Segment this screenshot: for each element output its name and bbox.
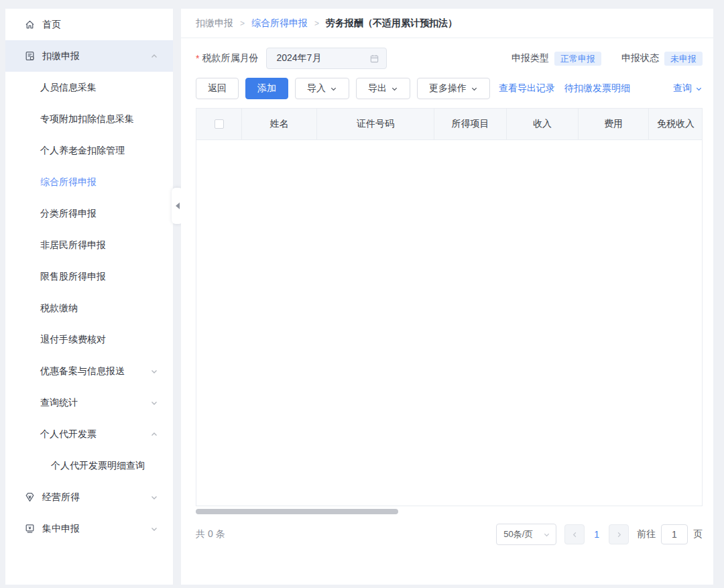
sidebar-item-centralized-filing[interactable]: 集中申报 bbox=[5, 513, 173, 544]
breadcrumb-separator: > bbox=[314, 19, 319, 28]
page-size-value: 50条/页 bbox=[503, 528, 533, 540]
breadcrumb-item-link[interactable]: 综合所得申报 bbox=[251, 17, 308, 30]
sidebar-item-nonresident-income[interactable]: 非居民所得申报 bbox=[5, 229, 173, 261]
required-mark: * bbox=[196, 53, 199, 64]
sidebar-item-personal-invoice-detail-query[interactable]: 个人代开发票明细查询 bbox=[5, 450, 173, 481]
chevron-down-icon bbox=[330, 85, 337, 93]
sidebar-item-withholding-report[interactable]: 扣缴申报 bbox=[5, 40, 173, 72]
chevron-down-icon bbox=[150, 493, 158, 502]
sidebar-item-label: 税款缴纳 bbox=[40, 302, 78, 314]
more-actions-dropdown-button[interactable]: 更多操作 bbox=[417, 78, 490, 99]
sidebar-item-comprehensive-income[interactable]: 综合所得申报 bbox=[5, 166, 173, 198]
toolbar: 返回 添加 导入 导出 更多操作 查看导出记录 待扣缴发票明细 查询 bbox=[196, 78, 703, 99]
declaration-state-label: 申报状态 bbox=[621, 52, 659, 64]
export-label: 导出 bbox=[368, 82, 387, 95]
sidebar-item-label: 限售股所得申报 bbox=[40, 271, 106, 283]
chevron-up-icon bbox=[150, 430, 158, 438]
withholding-report-icon bbox=[24, 50, 36, 62]
horizontal-scrollbar-thumb[interactable] bbox=[196, 509, 398, 514]
sidebar-item-label: 个人养老金扣除管理 bbox=[40, 145, 125, 157]
page-title: 劳务报酬（不适用累计预扣法） bbox=[326, 17, 457, 30]
home-icon bbox=[24, 19, 36, 30]
chevron-right-icon bbox=[615, 531, 623, 538]
import-dropdown-button[interactable]: 导入 bbox=[295, 78, 349, 99]
declaration-state-badge: 未申报 bbox=[664, 52, 703, 66]
chevron-left-icon bbox=[571, 531, 579, 538]
add-button[interactable]: 添加 bbox=[245, 78, 288, 99]
chevron-down-icon bbox=[150, 367, 158, 375]
column-header-tax-free-income: 免税收入 bbox=[649, 109, 703, 139]
sidebar-item-business-income[interactable]: 经营所得 bbox=[5, 481, 173, 513]
next-page-button[interactable] bbox=[609, 524, 629, 544]
tax-month-value: 2024年7月 bbox=[276, 52, 321, 64]
breadcrumb-separator: > bbox=[240, 19, 245, 28]
calendar-icon bbox=[369, 54, 379, 64]
filter-row: * 税款所属月份 2024年7月 申报类型 正常申报 申报状态 未申报 bbox=[196, 48, 703, 69]
sidebar-item-label: 专项附加扣除信息采集 bbox=[40, 113, 134, 125]
sidebar-item-home[interactable]: 首页 bbox=[5, 9, 173, 40]
sidebar-item-special-deduction[interactable]: 专项附加扣除信息采集 bbox=[5, 103, 173, 135]
main-panel: 扣缴申报 > 综合所得申报 > 劳务报酬（不适用累计预扣法） * 税款所属月份 … bbox=[181, 9, 713, 585]
sidebar-item-label: 经营所得 bbox=[42, 491, 80, 504]
table-header-row: 姓名 证件号码 所得项目 收入 费用 免税收入 bbox=[196, 108, 702, 140]
sidebar-item-label: 优惠备案与信息报送 bbox=[40, 365, 125, 377]
sidebar-item-label: 非居民所得申报 bbox=[40, 239, 106, 251]
declaration-type-badge: 正常申报 bbox=[554, 52, 601, 66]
sidebar-item-preferential-filing[interactable]: 优惠备案与信息报送 bbox=[5, 355, 173, 387]
sidebar-item-restricted-shares[interactable]: 限售股所得申报 bbox=[5, 261, 173, 292]
table-body-empty bbox=[196, 140, 702, 506]
more-actions-label: 更多操作 bbox=[429, 82, 467, 95]
sidebar-item-tax-payment[interactable]: 税款缴纳 bbox=[5, 292, 173, 324]
chevron-down-icon bbox=[471, 85, 478, 93]
chevron-down-icon bbox=[543, 531, 550, 538]
sidebar-item-label: 集中申报 bbox=[42, 523, 80, 535]
chevron-down-icon bbox=[150, 525, 158, 533]
sidebar-item-personal-invoice[interactable]: 个人代开发票 bbox=[5, 418, 173, 450]
sidebar-item-label: 首页 bbox=[42, 19, 61, 31]
pending-withholding-invoice-detail-link[interactable]: 待扣缴发票明细 bbox=[564, 82, 630, 95]
prev-page-button[interactable] bbox=[564, 524, 585, 544]
data-table: 姓名 证件号码 所得项目 收入 费用 免税收入 bbox=[196, 108, 703, 506]
horizontal-scrollbar bbox=[196, 508, 703, 516]
import-label: 导入 bbox=[307, 82, 326, 95]
chevron-down-icon bbox=[391, 85, 398, 93]
sidebar-item-label: 个人代开发票 bbox=[40, 428, 97, 440]
goto-page-input[interactable] bbox=[661, 524, 688, 544]
page-unit-label: 页 bbox=[693, 528, 703, 540]
view-export-records-link[interactable]: 查看导出记录 bbox=[499, 82, 555, 95]
select-all-cell bbox=[196, 109, 242, 139]
sidebar-item-classified-income[interactable]: 分类所得申报 bbox=[5, 198, 173, 229]
column-header-name: 姓名 bbox=[242, 109, 317, 139]
export-dropdown-button[interactable]: 导出 bbox=[356, 78, 410, 99]
sidebar-item-label: 人员信息采集 bbox=[40, 82, 97, 94]
sidebar-item-query-statistics[interactable]: 查询统计 bbox=[5, 387, 173, 418]
select-all-checkbox[interactable] bbox=[215, 119, 224, 129]
page-size-select[interactable]: 50条/页 bbox=[496, 524, 556, 545]
sidebar-item-label: 个人代开发票明细查询 bbox=[51, 460, 145, 472]
column-header-id-number: 证件号码 bbox=[317, 109, 434, 139]
back-button[interactable]: 返回 bbox=[196, 78, 239, 99]
sidebar-item-refund-fee-check[interactable]: 退付手续费核对 bbox=[5, 324, 173, 355]
tax-month-picker[interactable]: 2024年7月 bbox=[266, 48, 387, 69]
tax-month-label: 税款所属月份 bbox=[202, 52, 258, 64]
sidebar-item-label: 综合所得申报 bbox=[40, 176, 97, 188]
query-toggle[interactable]: 查询 bbox=[673, 82, 703, 95]
sidebar-item-label: 分类所得申报 bbox=[40, 208, 97, 220]
chevron-up-icon bbox=[150, 52, 158, 60]
centralized-filing-icon bbox=[24, 523, 36, 534]
current-page[interactable]: 1 bbox=[593, 529, 601, 540]
chevron-down-icon bbox=[695, 85, 703, 93]
breadcrumb-item: 扣缴申报 bbox=[196, 17, 233, 30]
sidebar-item-label: 查询统计 bbox=[40, 397, 78, 409]
pagination: 共 0 条 50条/页 1 前往 页 bbox=[196, 524, 703, 545]
column-header-expense: 费用 bbox=[579, 109, 649, 139]
sidebar-item-personnel-info[interactable]: 人员信息采集 bbox=[5, 72, 173, 103]
sidebar-item-label: 扣缴申报 bbox=[42, 50, 80, 62]
collapse-left-icon bbox=[176, 202, 180, 209]
goto-label: 前往 bbox=[637, 528, 656, 540]
sidebar: 首页 扣缴申报 人员信息采集 专项附加扣除信息采集 个人养老金扣除管理 综合所得… bbox=[5, 9, 173, 585]
sidebar-item-label: 退付手续费核对 bbox=[40, 334, 106, 346]
status-group: 申报类型 正常申报 申报状态 未申报 bbox=[511, 52, 703, 66]
declaration-type-label: 申报类型 bbox=[511, 52, 549, 64]
sidebar-item-pension-deduction[interactable]: 个人养老金扣除管理 bbox=[5, 135, 173, 166]
